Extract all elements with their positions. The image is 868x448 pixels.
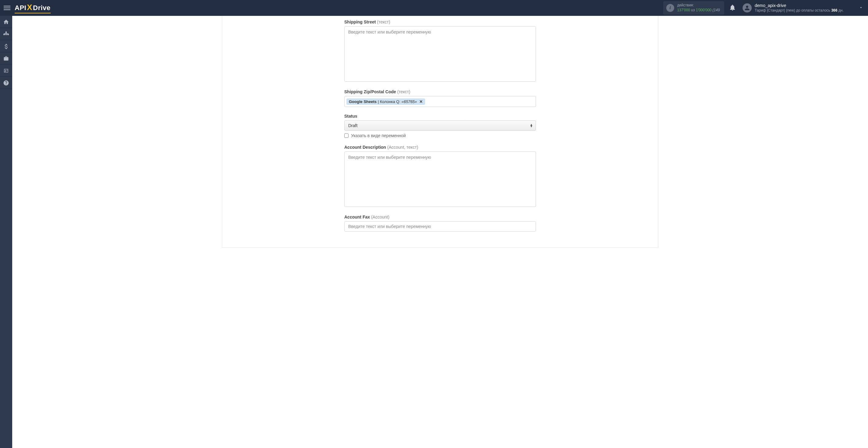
label-account-description: Account Description (Account, текст) — [344, 145, 536, 150]
svg-rect-3 — [8, 34, 8, 35]
chip-remove-icon[interactable]: ✕ — [420, 99, 423, 104]
checkbox-status-variable-label: Указать в виде переменной — [351, 133, 406, 138]
logo-text-x: X — [26, 3, 33, 12]
actions-counter[interactable]: i действия: 137'000 из 1'000'000 (149 — [663, 1, 724, 14]
user-tariff: Тариф |Стандарт| (new) до оплаты осталос… — [755, 8, 844, 13]
chip-shipping-zip[interactable]: Google Sheets | Колонка Q: «65765» ✕ — [346, 98, 425, 105]
sidebar-item-connections[interactable] — [0, 28, 12, 40]
chevron-down-icon[interactable] — [859, 5, 863, 11]
select-status[interactable]: Draft — [344, 120, 536, 131]
field-account-fax: Account Fax (Account) — [344, 214, 536, 232]
actions-pct: (149 — [713, 8, 720, 12]
logo-text-api: API — [14, 4, 26, 11]
svg-rect-0 — [5, 31, 6, 32]
label-status: Status — [344, 114, 536, 118]
app-header: APIXDrive i действия: 137'000 из 1'000'0… — [0, 0, 868, 16]
sidebar-item-contacts[interactable] — [0, 65, 12, 77]
sidebar-item-help[interactable] — [0, 77, 12, 89]
menu-toggle-button[interactable] — [4, 5, 10, 11]
actions-label: действия: — [677, 3, 720, 8]
actions-total: 1'000'000 — [696, 8, 711, 12]
label-shipping-zip: Shipping Zip/Postal Code (текст) — [344, 89, 536, 94]
sidebar-item-billing[interactable] — [0, 40, 12, 53]
input-account-description[interactable] — [344, 151, 536, 207]
svg-rect-1 — [4, 34, 5, 35]
checkbox-status-variable-input[interactable] — [344, 134, 348, 138]
field-shipping-zip: Shipping Zip/Postal Code (текст) Google … — [344, 89, 536, 107]
field-status: Status Draft ▲▼ Указать в виде переменно… — [344, 114, 536, 138]
page-content: Shipping Street (текст) Shipping Zip/Pos… — [12, 16, 868, 448]
sidebar-item-home[interactable] — [0, 16, 12, 28]
field-shipping-street: Shipping Street (текст) — [344, 20, 536, 82]
svg-rect-2 — [5, 34, 6, 35]
info-icon: i — [666, 4, 674, 12]
sidebar — [0, 16, 12, 448]
avatar-icon — [743, 3, 752, 12]
input-account-fax[interactable] — [344, 221, 536, 232]
input-shipping-zip[interactable]: Google Sheets | Колонка Q: «65765» ✕ — [344, 96, 536, 107]
actions-used: 137'000 — [677, 8, 690, 12]
form-card: Shipping Street (текст) Shipping Zip/Pos… — [222, 16, 658, 248]
label-shipping-street: Shipping Street (текст) — [344, 20, 536, 24]
sidebar-item-briefcase[interactable] — [0, 53, 12, 65]
logo-text-drive: Drive — [33, 4, 51, 11]
notifications-icon[interactable] — [730, 5, 735, 11]
checkbox-status-variable[interactable]: Указать в виде переменной — [344, 133, 536, 138]
label-account-fax: Account Fax (Account) — [344, 214, 536, 219]
actions-of: из — [691, 8, 695, 12]
user-menu[interactable]: demo_apix-drive Тариф |Стандарт| (new) д… — [743, 3, 844, 13]
input-shipping-street[interactable] — [344, 26, 536, 82]
user-name: demo_apix-drive — [755, 3, 844, 8]
logo[interactable]: APIXDrive — [14, 3, 51, 13]
field-account-description: Account Description (Account, текст) — [344, 145, 536, 208]
